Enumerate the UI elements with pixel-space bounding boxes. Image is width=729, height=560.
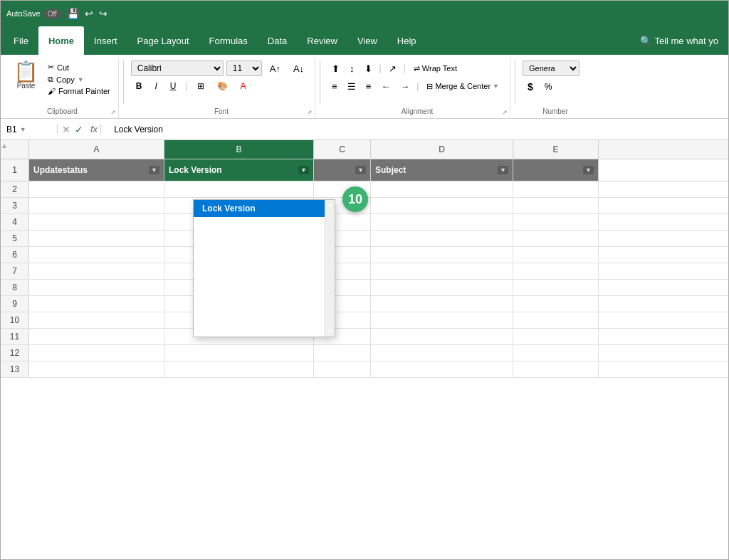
cell-a6[interactable] xyxy=(29,247,164,263)
cell-a3[interactable] xyxy=(29,198,164,213)
font-color-button[interactable]: A xyxy=(236,78,251,94)
cell-b13[interactable] xyxy=(164,361,314,377)
cell-reference-box[interactable]: B1 ▼ xyxy=(1,125,58,134)
cell-a2[interactable] xyxy=(29,181,164,197)
merge-dropdown-arrow[interactable]: ▼ xyxy=(493,83,499,90)
dollar-button[interactable]: $ xyxy=(523,79,538,95)
cell-e7[interactable] xyxy=(513,263,599,279)
redo-icon[interactable]: ↪ xyxy=(99,8,107,19)
col-header-d[interactable]: D xyxy=(371,140,513,159)
merge-center-button[interactable]: ⊟ Merge & Center ▼ xyxy=(421,80,504,93)
row-header-7[interactable]: 7 xyxy=(1,263,29,279)
align-middle-button[interactable]: ↕ xyxy=(345,60,359,76)
font-shrink-button[interactable]: A↓ xyxy=(288,60,309,76)
fill-color-button[interactable]: 🎨 xyxy=(212,78,233,94)
cell-a12[interactable] xyxy=(29,345,164,361)
dropdown-item-progress[interactable]: Progress (%) xyxy=(194,319,335,337)
menu-data[interactable]: Data xyxy=(258,26,297,55)
dropdown-item-lock-version[interactable]: Lock Version xyxy=(194,200,335,217)
alignment-expand-icon[interactable]: ↗ xyxy=(502,109,508,116)
cell-e12[interactable] xyxy=(513,345,599,361)
col-header-c[interactable]: C xyxy=(314,140,371,159)
row-header-9[interactable]: 9 xyxy=(1,296,29,312)
row-header-12[interactable]: 12 xyxy=(1,345,29,361)
cell-e10[interactable] xyxy=(513,312,599,328)
cell-d5[interactable] xyxy=(371,231,513,246)
cell-a11[interactable] xyxy=(29,329,164,344)
cell-b12[interactable] xyxy=(164,345,314,361)
dropdown-item-id[interactable]: ID xyxy=(194,217,335,234)
cell-a13[interactable] xyxy=(29,361,164,377)
save-icon[interactable]: 💾 xyxy=(67,8,79,19)
menu-home[interactable]: Home xyxy=(38,26,84,55)
row-header-5[interactable]: 5 xyxy=(1,231,29,246)
cell-e11[interactable] xyxy=(513,329,599,344)
cell-a7[interactable] xyxy=(29,263,164,279)
cut-button[interactable]: ✂ Cut xyxy=(46,62,112,73)
filter-arrow-e[interactable]: ▼ xyxy=(583,166,594,174)
cell-d12[interactable] xyxy=(371,345,513,361)
cell-d2[interactable] xyxy=(371,181,513,197)
cell-d8[interactable] xyxy=(371,280,513,295)
italic-button[interactable]: I xyxy=(150,78,162,94)
font-expand-icon[interactable]: ↗ xyxy=(307,109,313,116)
row-header-2[interactable]: 2 xyxy=(1,181,29,197)
menu-file[interactable]: File xyxy=(4,26,38,55)
dropdown-item-estimated-time[interactable]: Estimated time xyxy=(194,302,335,319)
align-top-button[interactable]: ⬆ xyxy=(327,60,344,76)
fx-icon[interactable]: fx xyxy=(88,124,101,134)
dropdown-item-description[interactable]: Description xyxy=(194,251,335,268)
tell-me-input[interactable]: 🔍 Tell me what yo xyxy=(633,26,725,55)
cell-e9[interactable] xyxy=(513,296,599,312)
formula-input[interactable] xyxy=(108,125,728,134)
cell-d13[interactable] xyxy=(371,361,513,377)
number-format-select[interactable]: Genera xyxy=(523,60,579,76)
underline-button[interactable]: U xyxy=(165,78,182,94)
corner-cell[interactable]: ▲ xyxy=(1,140,29,159)
wrap-text-button[interactable]: ⇌ Wrap Text xyxy=(409,62,462,75)
align-bottom-button[interactable]: ⬇ xyxy=(360,60,377,76)
row-header-4[interactable]: 4 xyxy=(1,214,29,230)
clipboard-expand-icon[interactable]: ↗ xyxy=(110,109,116,116)
cell-d7[interactable] xyxy=(371,263,513,279)
cell-a9[interactable] xyxy=(29,296,164,312)
font-size-select[interactable]: 11 xyxy=(226,60,262,76)
copy-button[interactable]: ⧉ Copy ▼ xyxy=(46,74,112,85)
cell-d11[interactable] xyxy=(371,329,513,344)
align-center-button[interactable]: ☰ xyxy=(343,78,360,94)
row-header-1[interactable]: 1 xyxy=(1,159,29,181)
cell-e13[interactable] xyxy=(513,361,599,377)
dropdown-item-finish-date[interactable]: Finish date xyxy=(194,285,335,302)
cell-e2[interactable] xyxy=(513,181,599,197)
align-left-button[interactable]: ≡ xyxy=(327,78,342,94)
menu-page-layout[interactable]: Page Layout xyxy=(127,26,199,55)
filter-arrow-d[interactable]: ▼ xyxy=(498,166,508,174)
filter-arrow-a[interactable]: ▼ xyxy=(149,166,159,174)
scroll-down-button[interactable]: ▼ xyxy=(326,327,335,337)
col-header-a[interactable]: A xyxy=(29,140,164,159)
format-painter-button[interactable]: 🖌 Format Painter xyxy=(46,86,112,96)
confirm-formula-icon[interactable]: ✓ xyxy=(75,124,83,135)
bold-button[interactable]: B xyxy=(131,78,147,94)
cell-b2[interactable] xyxy=(164,181,314,197)
paste-button[interactable]: 📋 Paste xyxy=(9,60,43,91)
cell-d3[interactable] xyxy=(371,198,513,213)
dropdown-item-start-date[interactable]: Start date xyxy=(194,268,335,285)
cell-ref-arrow[interactable]: ▼ xyxy=(20,126,26,133)
scroll-up-button[interactable]: ▲ xyxy=(326,200,335,209)
increase-indent-button[interactable]: → xyxy=(396,78,414,94)
filter-arrow-c[interactable]: ▼ xyxy=(355,166,366,174)
menu-insert[interactable]: Insert xyxy=(84,26,127,55)
row-header-11[interactable]: 11 xyxy=(1,329,29,344)
cell-d9[interactable] xyxy=(371,296,513,312)
row-header-3[interactable]: 3 xyxy=(1,198,29,213)
dropdown-scrollbar[interactable]: ▲ ▼ xyxy=(325,200,335,337)
filter-arrow-b[interactable]: ▼ xyxy=(298,166,309,174)
col-header-b[interactable]: B xyxy=(164,140,314,159)
row-header-6[interactable]: 6 xyxy=(1,247,29,263)
undo-icon[interactable]: ↩ xyxy=(85,8,93,19)
font-name-select[interactable]: Calibri xyxy=(131,60,224,76)
col-header-e[interactable]: E xyxy=(513,140,599,159)
cell-c13[interactable] xyxy=(314,361,371,377)
align-right-button[interactable]: ≡ xyxy=(362,78,376,94)
